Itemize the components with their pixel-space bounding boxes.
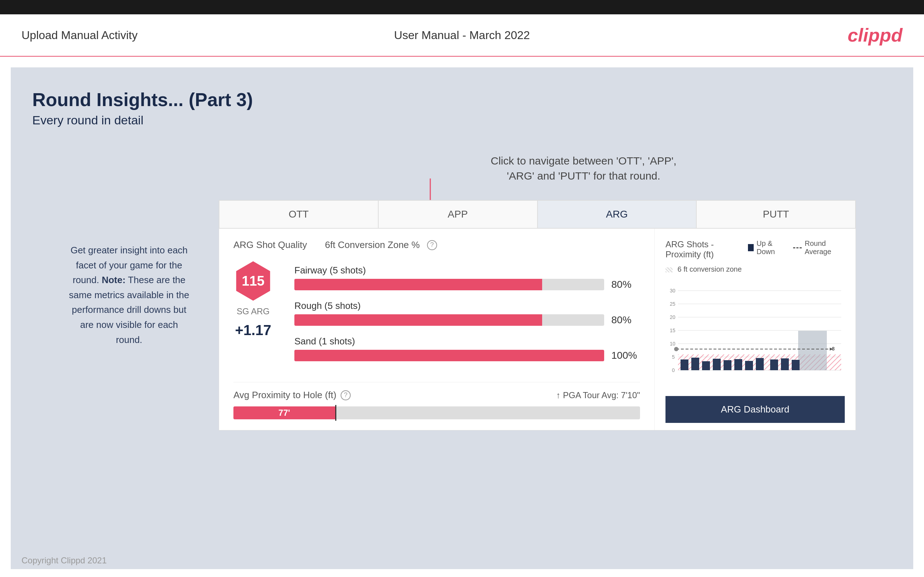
top-bar [0, 0, 924, 15]
panel-body: ARG Shot Quality 6ft Conversion Zone % ?… [219, 229, 856, 430]
legend: Up & Down Round Average [748, 239, 845, 256]
left-panel: ARG Shot Quality 6ft Conversion Zone % ?… [219, 229, 655, 430]
proximity-label: Avg Proximity to Hole (ft) [233, 390, 336, 401]
shot-quality-label: ARG Shot Quality [233, 239, 307, 250]
svg-rect-23 [724, 360, 732, 370]
bar-track-rough [294, 314, 604, 326]
tab-ott[interactable]: OTT [219, 200, 378, 228]
bar-label-rough: Rough (5 shots) [294, 300, 640, 311]
page-subtitle: Every round in detail [32, 113, 892, 127]
bar-pct-sand: 100% [611, 350, 640, 361]
bar-pct-fairway: 80% [611, 279, 640, 290]
bar-label-fairway: Fairway (5 shots) [294, 265, 640, 276]
bar-pct-rough: 80% [611, 314, 640, 326]
bar-fill-sand [294, 350, 604, 361]
chart-title: ARG Shots - Proximity (ft) [666, 239, 748, 259]
svg-text:15: 15 [670, 327, 675, 333]
tab-bar: OTT APP ARG PUTT [219, 200, 856, 229]
svg-rect-22 [713, 359, 721, 370]
footer: Copyright Clippd 2021 [21, 556, 107, 566]
main-content: Round Insights... (Part 3) Every round i… [11, 68, 913, 569]
hex-container: 115 SG ARG +1.17 [233, 261, 273, 338]
chart-header: ARG Shots - Proximity (ft) Up & Down Rou… [666, 239, 845, 259]
svg-rect-19 [680, 359, 688, 370]
legend-conversion-zone: 6 ft conversion zone [666, 265, 845, 274]
svg-text:30: 30 [670, 288, 675, 293]
svg-text:0: 0 [672, 367, 675, 373]
sg-arg-label: SG ARG [237, 306, 270, 316]
header: Upload Manual Activity User Manual - Mar… [0, 15, 924, 56]
page-title: Round Insights... (Part 3) [32, 89, 892, 110]
bar-row-fairway: Fairway (5 shots) 80% [294, 265, 640, 290]
bar-track-sand [294, 350, 604, 361]
tab-arg[interactable]: ARG [538, 200, 697, 228]
svg-rect-30 [792, 360, 800, 370]
clippd-logo: clippd [848, 24, 903, 46]
proximity-bar-fill: 77' [233, 406, 335, 419]
arg-dashboard-button[interactable]: ARG Dashboard [666, 396, 845, 423]
svg-rect-26 [756, 358, 764, 370]
chart-area: 0 5 10 15 20 25 30 [666, 280, 845, 390]
svg-point-33 [674, 347, 678, 351]
legend-updown-icon [748, 244, 754, 251]
left-description: Get greater insight into each facet of y… [68, 243, 190, 347]
proximity-header: Avg Proximity to Hole (ft) ? ↑ PGA Tour … [233, 390, 640, 401]
conversion-zone-label: 6ft Conversion Zone % [325, 239, 420, 250]
svg-rect-20 [691, 358, 699, 370]
copyright-text: Copyright Clippd 2021 [21, 556, 107, 565]
bar-row-sand: Sand (1 shots) 100% [294, 336, 640, 361]
proximity-section: Avg Proximity to Hole (ft) ? ↑ PGA Tour … [233, 382, 640, 419]
chart-svg: 0 5 10 15 20 25 30 [666, 280, 845, 374]
bar-row-rough: Rough (5 shots) 80% [294, 300, 640, 326]
help-icon[interactable]: ? [427, 240, 437, 250]
svg-rect-29 [781, 358, 789, 370]
svg-text:25: 25 [670, 301, 675, 307]
bars-section: Fairway (5 shots) 80% Rough [287, 261, 640, 371]
tab-putt[interactable]: PUTT [696, 200, 856, 228]
section-header: ARG Shot Quality 6ft Conversion Zone % ? [233, 239, 640, 250]
bar-fill-rough [294, 314, 542, 326]
svg-rect-25 [745, 361, 753, 370]
upload-label: Upload Manual Activity [21, 29, 138, 42]
sg-arg-value: +1.17 [235, 322, 271, 338]
note-bold: Note: [102, 274, 126, 285]
pga-tour-avg: ↑ PGA Tour Avg: 7'10" [556, 390, 640, 400]
tab-app[interactable]: APP [378, 200, 538, 228]
legend-round-avg: Round Average [793, 239, 845, 256]
bar-track-fairway [294, 279, 604, 290]
svg-rect-24 [734, 359, 742, 370]
bar-fill-fairway [294, 279, 542, 290]
proximity-help-icon[interactable]: ? [341, 390, 351, 400]
svg-text:20: 20 [670, 314, 675, 320]
proximity-cursor [335, 405, 336, 421]
main-panel: OTT APP ARG PUTT ARG Shot Quality 6ft Co… [219, 200, 856, 430]
bar-wrapper-rough: 80% [294, 314, 640, 326]
proximity-bar-track: 77' [233, 406, 640, 419]
svg-rect-28 [770, 359, 778, 370]
svg-text:5: 5 [672, 354, 675, 360]
svg-rect-21 [702, 361, 710, 370]
legend-updown: Up & Down [748, 239, 786, 256]
proximity-label-area: Avg Proximity to Hole (ft) ? [233, 390, 351, 401]
bar-wrapper-fairway: 80% [294, 279, 640, 290]
hex-badge: 115 [233, 261, 273, 301]
svg-rect-27 [798, 331, 827, 370]
bar-label-sand: Sand (1 shots) [294, 336, 640, 347]
bar-wrapper-sand: 100% [294, 350, 640, 361]
right-panel: ARG Shots - Proximity (ft) Up & Down Rou… [655, 229, 856, 430]
svg-text:10: 10 [670, 341, 675, 347]
nav-hint: Click to navigate between 'OTT', 'APP', … [491, 153, 677, 184]
page-document-label: User Manual - March 2022 [394, 29, 530, 42]
legend-dashed-icon [793, 247, 802, 248]
